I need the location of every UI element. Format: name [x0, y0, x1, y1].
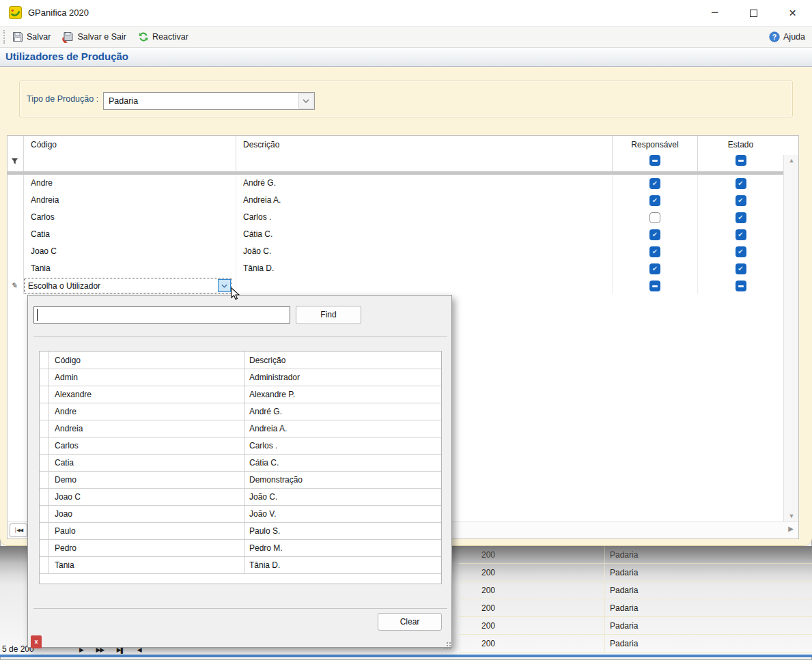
- popup-codigo-cell[interactable]: Pedro: [49, 540, 245, 556]
- new-row-estado-cell[interactable]: [698, 277, 783, 294]
- popup-codigo-cell[interactable]: Andreia: [49, 420, 245, 437]
- responsavel-filter-checkbox[interactable]: [649, 155, 660, 166]
- codigo-cell[interactable]: Catia: [24, 226, 236, 243]
- scroll-up-icon[interactable]: ▲: [784, 157, 799, 164]
- close-button[interactable]: ✕: [773, 0, 812, 26]
- popup-codigo-cell[interactable]: Joao: [49, 506, 245, 522]
- descricao-cell[interactable]: Tânia D.: [236, 260, 613, 277]
- minimize-button[interactable]: ─: [695, 0, 734, 26]
- responsavel-cell[interactable]: [613, 192, 698, 209]
- new-row-responsavel-cell[interactable]: [613, 277, 698, 294]
- filter-cell-estado[interactable]: [698, 153, 783, 171]
- production-type-dropdown-button[interactable]: [298, 94, 313, 109]
- column-header-responsavel[interactable]: Responsável: [613, 136, 698, 171]
- scroll-down-icon[interactable]: ▼: [784, 513, 799, 519]
- popup-codigo-cell[interactable]: Alexandre: [49, 386, 245, 403]
- filter-cell-responsavel[interactable]: [613, 153, 697, 171]
- reactivate-button[interactable]: Reactivar: [138, 31, 188, 42]
- responsavel-cell[interactable]: [613, 209, 698, 226]
- maximize-button[interactable]: [734, 0, 773, 26]
- popup-column-codigo[interactable]: Código: [49, 351, 245, 369]
- popup-list-item[interactable]: Tania Tânia D.: [40, 557, 441, 574]
- popup-list-item[interactable]: Paulo Paulo S.: [40, 523, 441, 540]
- popup-descricao-cell[interactable]: Paulo S.: [245, 523, 441, 539]
- responsavel-checkbox[interactable]: [649, 246, 660, 257]
- responsavel-cell[interactable]: [613, 175, 698, 192]
- popup-list-item[interactable]: Andre André G.: [40, 403, 441, 420]
- codigo-cell[interactable]: Carlos: [24, 209, 236, 226]
- error-close-icon[interactable]: x: [31, 635, 42, 648]
- user-picker-combobox[interactable]: Escolha o Utilizador: [24, 278, 232, 293]
- table-row[interactable]: Tania Tânia D.: [8, 260, 783, 277]
- new-row-codigo-cell[interactable]: Escolha o Utilizador: [24, 277, 236, 294]
- popup-list-item[interactable]: Alexandre Alexandre P.: [40, 386, 441, 403]
- column-header-codigo[interactable]: Código: [24, 136, 236, 171]
- popup-descricao-cell[interactable]: Tânia D.: [245, 557, 441, 573]
- column-header-estado[interactable]: Estado: [698, 136, 783, 171]
- new-row[interactable]: ✎ Escolha o Utilizador: [8, 277, 783, 294]
- estado-cell[interactable]: [698, 260, 783, 277]
- save-button[interactable]: Salvar: [12, 31, 51, 42]
- filter-cell-codigo[interactable]: [24, 153, 236, 171]
- popup-codigo-cell[interactable]: Demo: [49, 472, 245, 488]
- production-type-combobox[interactable]: Padaria: [103, 92, 315, 110]
- responsavel-checkbox[interactable]: [649, 178, 660, 189]
- help-button[interactable]: ? Ajuda: [769, 31, 805, 42]
- popup-codigo-cell[interactable]: Catia: [49, 455, 245, 471]
- estado-checkbox[interactable]: [736, 246, 746, 257]
- estado-cell[interactable]: [698, 243, 783, 260]
- popup-descricao-cell[interactable]: Pedro M.: [245, 540, 441, 556]
- popup-column-descricao[interactable]: Descrição: [245, 351, 441, 369]
- estado-checkbox[interactable]: [736, 195, 746, 206]
- popup-codigo-cell[interactable]: Paulo: [49, 523, 245, 539]
- popup-list-item[interactable]: Pedro Pedro M.: [40, 540, 441, 557]
- codigo-cell[interactable]: Andreia: [24, 192, 236, 209]
- codigo-cell[interactable]: Tania: [24, 260, 236, 277]
- popup-descricao-cell[interactable]: João C.: [245, 489, 441, 505]
- table-row[interactable]: Andre André G.: [8, 175, 783, 192]
- user-picker-dropdown-button[interactable]: [218, 279, 231, 292]
- table-row[interactable]: Carlos Carlos .: [8, 209, 783, 226]
- descricao-cell[interactable]: Andreia A.: [236, 192, 613, 209]
- popup-codigo-cell[interactable]: Carlos: [49, 437, 245, 454]
- popup-descricao-cell[interactable]: Alexandre P.: [245, 386, 441, 403]
- save-and-exit-button[interactable]: Salvar e Sair: [62, 31, 126, 43]
- filter-funnel-icon[interactable]: [11, 156, 23, 168]
- responsavel-cell[interactable]: [613, 243, 698, 260]
- search-input[interactable]: [33, 306, 290, 324]
- estado-checkbox[interactable]: [736, 281, 746, 291]
- popup-list-item[interactable]: Joao C João C.: [40, 489, 441, 506]
- go-first-button[interactable]: │◀◀: [10, 523, 27, 537]
- responsavel-checkbox[interactable]: [649, 281, 660, 291]
- estado-checkbox[interactable]: [736, 178, 746, 189]
- popup-descricao-cell[interactable]: Carlos .: [245, 437, 441, 454]
- scroll-right-icon[interactable]: ▶: [788, 525, 794, 532]
- popup-codigo-cell[interactable]: Admin: [49, 369, 245, 386]
- codigo-cell[interactable]: Joao C: [24, 243, 236, 260]
- responsavel-checkbox[interactable]: [649, 263, 660, 274]
- vertical-scrollbar[interactable]: ▲ ▼: [783, 155, 798, 521]
- estado-cell[interactable]: [698, 209, 783, 226]
- estado-cell[interactable]: [698, 175, 783, 192]
- popup-list-item[interactable]: Demo Demonstração: [40, 472, 441, 489]
- popup-list-item[interactable]: Catia Cátia C.: [40, 455, 441, 472]
- estado-checkbox[interactable]: [736, 229, 746, 240]
- popup-descricao-cell[interactable]: Demonstração: [245, 472, 441, 488]
- table-row[interactable]: Catia Cátia C.: [8, 226, 783, 243]
- popup-codigo-cell[interactable]: Joao C: [49, 489, 245, 505]
- estado-filter-checkbox[interactable]: [736, 155, 746, 166]
- table-row[interactable]: Andreia Andreia A.: [8, 192, 783, 209]
- descricao-cell[interactable]: Cátia C.: [236, 226, 613, 243]
- responsavel-cell[interactable]: [613, 260, 698, 277]
- column-header-descricao[interactable]: Descrição: [236, 136, 613, 171]
- popup-descricao-cell[interactable]: Andreia A.: [245, 420, 441, 437]
- popup-codigo-cell[interactable]: Tania: [49, 557, 245, 573]
- estado-cell[interactable]: [698, 192, 783, 209]
- estado-checkbox[interactable]: [736, 212, 746, 223]
- responsavel-cell[interactable]: [613, 226, 698, 243]
- codigo-cell[interactable]: Andre: [24, 175, 236, 192]
- responsavel-checkbox[interactable]: [649, 229, 660, 240]
- popup-list-item[interactable]: Admin Administrador: [40, 369, 441, 386]
- responsavel-checkbox[interactable]: [649, 212, 660, 223]
- popup-descricao-cell[interactable]: Cátia C.: [245, 455, 441, 471]
